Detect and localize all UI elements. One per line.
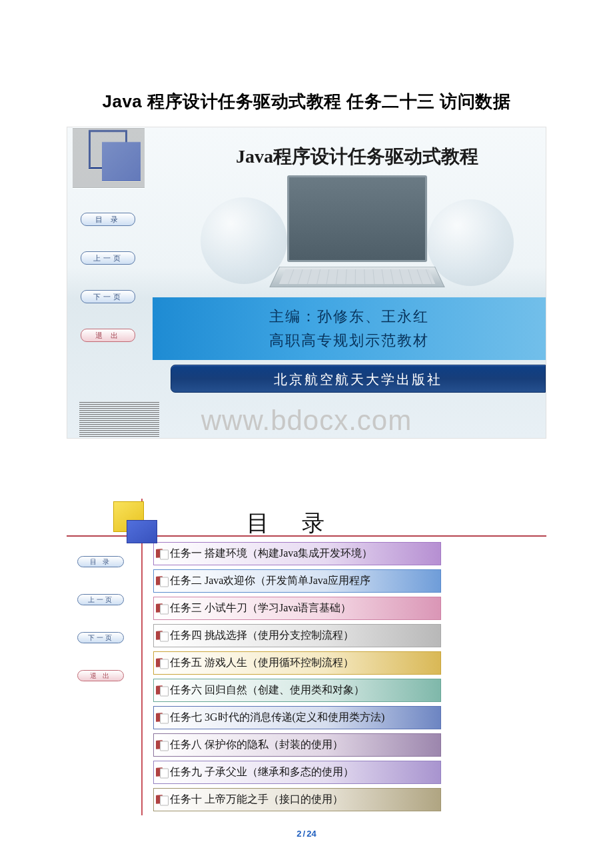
toc-item[interactable]: 任务四 挑战选择（使用分支控制流程） bbox=[153, 624, 441, 647]
editor-line: 主编：孙修东、王永红 bbox=[269, 307, 429, 327]
toc-item-label: 任务一 搭建环境（构建Java集成开发环境） bbox=[170, 547, 372, 561]
hatch-decoration bbox=[73, 127, 145, 187]
toc-item-label: 任务八 保护你的隐私（封装的使用） bbox=[170, 738, 343, 752]
cover-slide: 目 录 上一页 下一页 退 出 Java程序设计任务驱动式教程 主编：孙修东、王… bbox=[67, 127, 546, 439]
page-indicator: 2/24 bbox=[0, 815, 613, 865]
book-icon bbox=[156, 631, 167, 641]
toc-item[interactable]: 任务一 搭建环境（构建Java集成开发环境） bbox=[153, 542, 441, 565]
toc-item[interactable]: 任务十 上帝万能之手（接口的使用） bbox=[153, 788, 441, 811]
book-icon bbox=[156, 767, 167, 777]
exit-button[interactable]: 退 出 bbox=[81, 329, 135, 342]
editor-strip: 主编：孙修东、王永红 高职高专规划示范教材 bbox=[153, 297, 546, 360]
toc-item-label: 任务二 Java欢迎你（开发简单Java应用程序 bbox=[170, 574, 370, 588]
current-page: 2 bbox=[297, 829, 301, 839]
book-icon bbox=[156, 713, 167, 723]
prev-page-button[interactable]: 上一页 bbox=[77, 594, 124, 605]
hatch-decoration bbox=[79, 401, 159, 437]
book-icon bbox=[156, 685, 167, 695]
toc-heading: 目 录 bbox=[247, 508, 338, 539]
globe-icon bbox=[427, 199, 514, 286]
toc-button[interactable]: 目 录 bbox=[77, 556, 124, 567]
toc-item-label: 任务五 游戏人生（使用循环控制流程） bbox=[170, 656, 354, 670]
publisher-bar: 北京航空航天大学出版社 bbox=[171, 365, 546, 393]
cover-arc-title: Java程序设计任务驱动式教程 bbox=[181, 144, 534, 169]
toc-item[interactable]: 任务六 回归自然（创建、使用类和对象） bbox=[153, 679, 441, 702]
toc-item-label: 任务四 挑战选择（使用分支控制流程） bbox=[170, 629, 354, 643]
toc-item[interactable]: 任务七 3G时代的消息传递(定义和使用类方法) bbox=[153, 706, 441, 729]
cover-sidebar: 目 录 上一页 下一页 退 出 bbox=[73, 127, 153, 438]
monitor-icon bbox=[287, 175, 427, 299]
book-icon bbox=[156, 603, 167, 613]
series-line: 高职高专规划示范教材 bbox=[269, 331, 429, 351]
toc-item-label: 任务十 上帝万能之手（接口的使用） bbox=[170, 793, 343, 807]
document-title: Java 程序设计任务驱动式教程 任务二十三 访问数据 bbox=[0, 0, 613, 127]
toc-item-label: 任务七 3G时代的消息传递(定义和使用类方法) bbox=[170, 711, 384, 725]
book-icon bbox=[156, 795, 167, 805]
toc-slide: 目 录 目 录 上一页 下一页 退 出 任务一 搭建环境（构建Java集成开发环… bbox=[67, 499, 546, 815]
next-page-button[interactable]: 下一页 bbox=[77, 632, 124, 643]
toc-sidebar: 目 录 上一页 下一页 退 出 bbox=[67, 556, 140, 681]
book-icon bbox=[156, 576, 167, 586]
toc-item-label: 任务三 小试牛刀（学习Java语言基础） bbox=[170, 601, 351, 615]
decorative-squares bbox=[112, 501, 165, 555]
next-page-button[interactable]: 下一页 bbox=[81, 290, 135, 303]
toc-list: 任务一 搭建环境（构建Java集成开发环境） 任务二 Java欢迎你（开发简单J… bbox=[153, 542, 441, 811]
book-icon bbox=[156, 740, 167, 750]
toc-item[interactable]: 任务二 Java欢迎你（开发简单Java应用程序 bbox=[153, 569, 441, 593]
toc-item[interactable]: 任务九 子承父业（继承和多态的使用） bbox=[153, 761, 441, 784]
toc-item[interactable]: 任务三 小试牛刀（学习Java语言基础） bbox=[153, 597, 441, 620]
watermark-text: www.bdocx.com bbox=[201, 405, 412, 437]
total-pages: 24 bbox=[306, 829, 316, 839]
toc-button[interactable]: 目 录 bbox=[81, 213, 135, 226]
toc-item[interactable]: 任务五 游戏人生（使用循环控制流程） bbox=[153, 651, 441, 675]
toc-item[interactable]: 任务八 保护你的隐私（封装的使用） bbox=[153, 733, 441, 757]
exit-button[interactable]: 退 出 bbox=[77, 670, 124, 681]
globe-icon bbox=[201, 197, 287, 284]
cover-illustration bbox=[181, 167, 534, 301]
toc-item-label: 任务六 回归自然（创建、使用类和对象） bbox=[170, 683, 364, 697]
book-icon bbox=[156, 658, 167, 668]
toc-item-label: 任务九 子承父业（继承和多态的使用） bbox=[170, 765, 354, 779]
prev-page-button[interactable]: 上一页 bbox=[81, 251, 135, 265]
